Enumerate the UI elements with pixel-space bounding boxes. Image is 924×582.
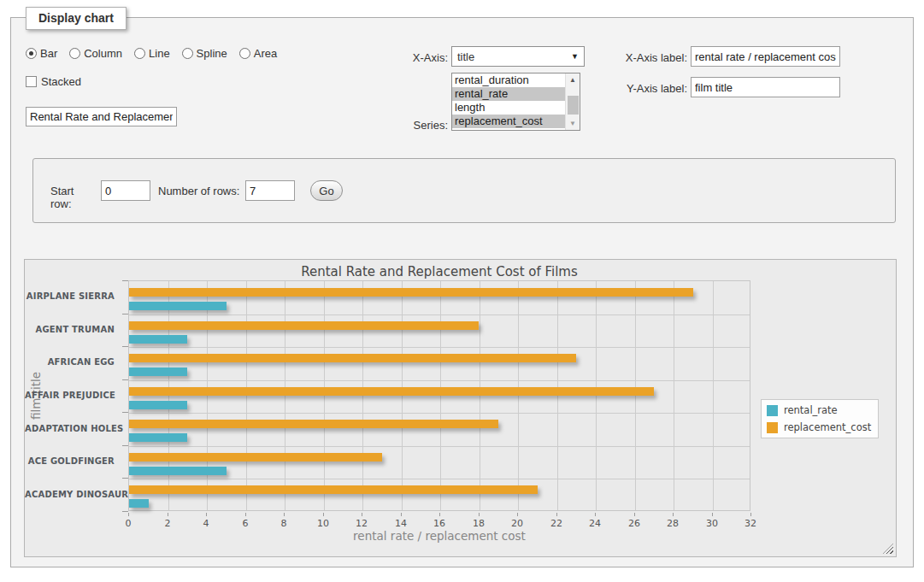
gridline-horizontal [129,380,750,381]
bar-replacement_cost [129,453,382,461]
legend-swatch-icon [767,422,778,433]
x-tick-mark [362,513,362,516]
number-of-rows-label: Number of rows: [158,185,242,197]
stacked-checkbox[interactable] [26,76,37,87]
legend-label: rental_rate [784,404,838,416]
bar-replacement_cost [129,485,538,494]
series-option-rental_duration[interactable]: rental_duration [452,73,565,87]
bar-replacement_cost [129,288,693,297]
resize-handle-icon[interactable] [883,544,893,554]
y-tick-mark [122,478,128,479]
series-option-rental_rate[interactable]: rental_rate [452,87,565,101]
x-tick-mark [634,513,635,516]
scroll-up-icon[interactable]: ▲ [566,73,580,86]
x-tick-label: 22 [544,518,569,529]
x-tick-label: 20 [504,518,530,529]
start-row-label: Start row: [33,185,97,210]
chart-title-input[interactable] [26,107,177,126]
y-axis-label-input[interactable] [691,77,840,97]
series-option-replacement_cost[interactable]: replacement_cost [452,115,565,128]
x-tick-label: 14 [388,518,414,529]
x-tick-mark [168,513,168,516]
x-tick-mark [128,513,129,516]
category-label: ADAPTATION HOLES [25,424,121,433]
x-tick-mark [517,513,518,516]
y-tick-mark [122,280,128,281]
radio-area[interactable] [239,48,250,59]
x-tick-mark [245,513,246,516]
x-tick-mark [439,513,440,516]
x-axis-label-input[interactable] [691,46,840,67]
go-button[interactable]: Go [310,180,343,201]
bar-rental_rate [129,302,227,310]
radio-spline[interactable] [182,48,193,59]
category-label: AFRICAN EGG [25,357,121,367]
bar-rental_rate [129,367,187,376]
x-tick-mark [284,513,285,516]
chart-type-option-line[interactable]: Line [134,47,170,60]
number-of-rows-input[interactable] [245,180,295,201]
category-label: AIRPLANE SIERRA [25,291,121,301]
x-axis-selected-value: title [457,50,474,63]
gridline-vertical [324,281,325,510]
chart-type-option-column[interactable]: Column [69,47,122,60]
gridline-horizontal [129,347,750,348]
bar-replacement_cost [129,420,498,428]
legend-item-rental_rate: rental_rate [767,404,871,416]
chart-title: Rental Rate and Replacement Cost of Film… [128,264,750,279]
bar-replacement_cost [129,387,654,396]
gridline-vertical [207,281,208,510]
x-tick-mark [556,513,557,516]
x-tick-mark [206,513,207,516]
gridline-vertical [440,281,441,510]
chart-type-option-spline[interactable]: Spline [182,47,227,60]
radio-bar[interactable] [26,48,37,59]
x-tick-label: 8 [271,518,297,529]
x-tick-label: 30 [699,518,725,529]
series-list-scrollbar[interactable]: ▲ ▼ [565,73,580,130]
start-row-input[interactable] [101,180,150,201]
y-tick-mark [122,379,128,380]
fieldset-legend: Display chart [26,7,127,30]
gridline-vertical [168,281,169,510]
x-tick-label: 4 [193,518,219,529]
series-options: rental_durationrental_ratelengthreplacem… [452,73,565,130]
gridline-vertical [285,281,285,510]
gridline-horizontal [129,479,750,479]
radio-column[interactable] [69,48,80,59]
y-axis-label-field-label: Y-Axis label: [614,82,687,95]
bar-rental_rate [129,499,149,508]
x-axis-select-label: X-Axis: [388,51,448,64]
series-option-length[interactable]: length [452,101,565,115]
chart-legend: rental_ratereplacement_cost [761,399,879,438]
gridline-vertical [596,281,597,510]
x-tick-label: 28 [660,518,686,529]
y-tick-mark [122,445,128,446]
series-listbox[interactable]: rental_durationrental_ratelengthreplacem… [451,73,580,131]
stacked-checkbox-row: Stacked [26,75,81,88]
chart-type-option-area[interactable]: Area [239,47,277,60]
x-axis-title: rental rate / replacement cost [128,529,750,543]
rows-panel: Start row: Number of rows: Go [32,158,896,223]
scrollbar-thumb[interactable] [568,96,579,115]
x-axis-label-field-label: X-Axis label: [614,51,687,64]
x-tick-mark [750,513,751,516]
y-tick-mark [122,511,128,512]
x-tick-mark [712,513,713,516]
bar-replacement_cost [129,354,576,362]
radio-line[interactable] [134,48,145,59]
x-tick-label: 2 [155,518,180,529]
x-tick-label: 12 [349,518,374,529]
gridline-vertical [713,281,714,510]
category-label: ACADEMY DINOSAUR [25,490,121,499]
radio-label: Bar [40,47,57,60]
gridline-horizontal [129,413,750,414]
bar-rental_rate [129,467,227,475]
scroll-down-icon[interactable]: ▼ [566,117,580,130]
radio-label: Line [149,47,170,60]
x-tick-label: 32 [738,518,763,529]
gridline-vertical [674,281,674,510]
x-axis-select[interactable]: title ▼ [451,46,585,67]
x-tick-label: 16 [427,518,452,529]
chart-type-option-bar[interactable]: Bar [26,47,57,60]
